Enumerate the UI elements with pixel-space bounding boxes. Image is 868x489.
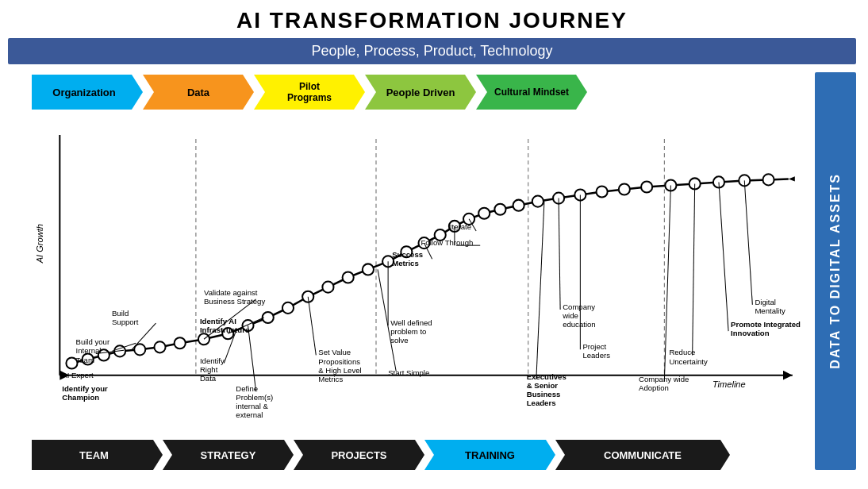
nav-training[interactable]: TRAINING <box>424 440 555 470</box>
nav-strategy[interactable]: STRATEGY <box>163 440 294 470</box>
svg-text:Reduce: Reduce <box>669 348 695 356</box>
svg-text:Success: Success <box>392 250 423 259</box>
phase-cultural: Cultural Mindset <box>476 75 587 110</box>
svg-line-90 <box>559 198 560 310</box>
svg-line-108 <box>693 183 695 355</box>
phase-pilot: PilotPrograms <box>254 75 365 110</box>
nav-projects[interactable]: PROJECTS <box>294 440 424 470</box>
svg-text:Uncertainty: Uncertainty <box>669 357 708 366</box>
bottom-nav: TEAM STRATEGY PROJECTS TRAINING COMMUNIC… <box>32 440 808 470</box>
main-container: AI TRANSFORMATION JOURNEY People, Proces… <box>0 0 868 489</box>
svg-line-105 <box>719 182 728 331</box>
svg-text:Validate against: Validate against <box>204 288 258 297</box>
svg-text:Champion: Champion <box>62 393 99 402</box>
sidebar-text: DATA TO DIGITAL ASSETS <box>828 173 843 369</box>
svg-point-19 <box>282 302 294 314</box>
svg-point-43 <box>762 174 774 185</box>
svg-point-33 <box>532 196 543 207</box>
svg-point-21 <box>322 282 333 293</box>
svg-text:& High Level: & High Level <box>318 366 361 375</box>
svg-text:Leaders: Leaders <box>527 399 556 407</box>
main-chart: Organization Data PilotPrograms People D… <box>8 72 808 470</box>
svg-text:Company wide: Company wide <box>639 375 689 383</box>
svg-point-22 <box>343 271 354 283</box>
svg-text:Promote Integrated: Promote Integrated <box>731 320 801 329</box>
svg-point-36 <box>597 186 608 197</box>
svg-text:Build: Build <box>112 309 129 318</box>
svg-point-30 <box>478 208 490 219</box>
svg-text:Adoption: Adoption <box>639 383 669 392</box>
svg-line-71 <box>248 325 256 391</box>
nav-team[interactable]: TEAM <box>32 440 163 470</box>
svg-text:Business Strategy: Business Strategy <box>204 297 265 306</box>
svg-text:Right: Right <box>200 365 218 374</box>
svg-text:Digital: Digital <box>755 298 776 306</box>
svg-text:Metrics: Metrics <box>392 259 419 268</box>
phase-row: Organization Data PilotPrograms People D… <box>32 72 808 112</box>
main-title: AI TRANSFORMATION JOURNEY <box>8 8 856 33</box>
svg-text:AI Growth: AI Growth <box>35 224 44 264</box>
svg-point-13 <box>154 341 165 352</box>
svg-text:Identify: Identify <box>200 356 225 365</box>
svg-text:Identify AI: Identify AI <box>200 317 236 325</box>
svg-text:solve: solve <box>390 336 408 345</box>
svg-text:Iterate: Iterate <box>450 222 471 231</box>
svg-point-20 <box>302 291 313 302</box>
svg-text:Define: Define <box>236 384 258 393</box>
svg-text:problem to: problem to <box>390 327 426 336</box>
svg-text:Support: Support <box>112 318 139 326</box>
svg-text:AI Expert: AI Expert <box>62 371 94 379</box>
phase-data: Data <box>143 75 254 110</box>
svg-text:Start Simple: Start Simple <box>388 368 429 377</box>
svg-text:Build your: Build your <box>76 337 110 346</box>
svg-line-97 <box>536 202 544 379</box>
svg-marker-7 <box>789 176 795 181</box>
svg-text:Well defined: Well defined <box>390 318 432 327</box>
nav-communicate[interactable]: COMMUNICATE <box>555 440 730 470</box>
svg-point-18 <box>263 312 274 323</box>
phase-organization: Organization <box>32 75 143 110</box>
right-sidebar: DATA TO DIGITAL ASSETS <box>815 72 856 470</box>
chart-wrapper: AI Growth <box>32 112 808 438</box>
svg-text:Timeline: Timeline <box>712 379 746 389</box>
svg-point-37 <box>619 183 630 194</box>
svg-point-38 <box>641 181 652 192</box>
svg-text:& Senior: & Senior <box>527 381 559 390</box>
svg-text:external: external <box>236 410 263 419</box>
chart-svg: AI Growth <box>32 112 808 438</box>
svg-text:Leaders: Leaders <box>582 351 610 360</box>
svg-text:Set Value: Set Value <box>318 348 351 356</box>
svg-text:Problem(s): Problem(s) <box>236 393 273 402</box>
svg-text:Business: Business <box>527 390 561 399</box>
svg-text:Project: Project <box>582 342 606 351</box>
svg-point-32 <box>513 200 524 211</box>
svg-text:Metrics: Metrics <box>318 375 343 383</box>
svg-text:Company: Company <box>563 302 595 311</box>
svg-point-23 <box>363 264 374 275</box>
svg-text:Infrastructure: Infrastructure <box>200 325 249 334</box>
svg-text:Data: Data <box>200 374 217 383</box>
svg-text:Team: Team <box>76 356 94 364</box>
svg-point-31 <box>494 204 505 215</box>
svg-text:Identify your: Identify your <box>62 384 108 393</box>
phase-people: People Driven <box>365 75 476 110</box>
svg-text:Innovation: Innovation <box>731 329 770 337</box>
svg-line-102 <box>744 180 752 304</box>
svg-text:education: education <box>563 320 596 329</box>
svg-text:Executives: Executives <box>527 372 567 381</box>
svg-point-14 <box>175 337 186 348</box>
svg-text:Internal: Internal <box>76 346 102 355</box>
svg-text:internal &: internal & <box>236 402 268 410</box>
svg-text:Propositions: Propositions <box>318 357 360 366</box>
svg-text:wide: wide <box>562 311 578 320</box>
svg-line-66 <box>308 297 316 356</box>
svg-text:Mentality: Mentality <box>755 306 785 315</box>
subtitle-bar: People, Process, Product, Technology <box>8 38 856 64</box>
